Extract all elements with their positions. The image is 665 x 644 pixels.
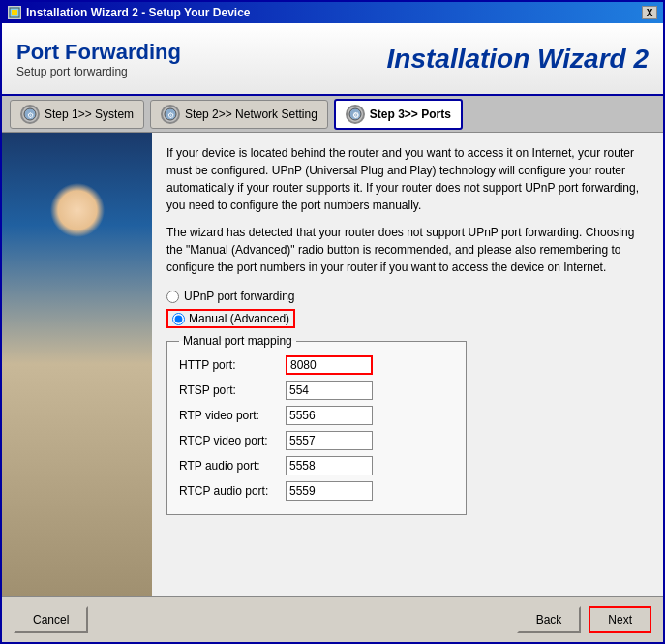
rtp-audio-port-label: RTP audio port:: [179, 459, 286, 473]
app-title: Installation Wizard 2: [387, 44, 649, 75]
manual-radio[interactable]: [172, 313, 185, 325]
radio-group: UPnP port forwarding Manual (Advanced): [166, 290, 649, 328]
http-port-input[interactable]: [286, 355, 373, 375]
port-row-http: HTTP port:: [179, 355, 454, 375]
warning-paragraph: The wizard has detected that your router…: [166, 224, 649, 276]
rtp-video-port-input[interactable]: [286, 406, 373, 425]
port-mapping-legend: Manual port mapping: [179, 334, 296, 348]
upnp-radio-item: UPnP port forwarding: [166, 290, 649, 303]
step2-icon: ⚙: [161, 105, 180, 124]
rtp-audio-port-input[interactable]: [286, 456, 373, 475]
rtcp-video-port-label: RTCP video port:: [179, 434, 286, 447]
upnp-label: UPnP port forwarding: [184, 290, 295, 303]
rtcp-audio-port-label: RTCP audio port:: [179, 484, 286, 498]
left-panel: [2, 133, 152, 596]
rtsp-port-label: RTSP port:: [179, 383, 286, 397]
upnp-radio[interactable]: [166, 291, 179, 303]
steps-bar: ⚙ Step 1>> System ⚙ Step 2>> Network Set…: [2, 96, 663, 133]
rtp-video-port-label: RTP video port:: [179, 409, 286, 422]
window-icon: [8, 6, 21, 19]
content-area: If your device is located behind the rou…: [2, 133, 663, 596]
step3-icon: ⚙: [346, 105, 365, 124]
next-button[interactable]: Next: [589, 606, 651, 633]
port-row-rtcp-video: RTCP video port:: [179, 431, 454, 450]
step2-label: Step 2>> Network Setting: [185, 107, 317, 121]
rtsp-port-input[interactable]: [286, 381, 373, 400]
header: Port Forwarding Setup port forwarding In…: [2, 23, 663, 96]
svg-text:⚙: ⚙: [167, 111, 174, 120]
manual-selected-border: Manual (Advanced): [166, 309, 295, 328]
back-button[interactable]: Back: [517, 606, 582, 633]
port-row-rtp-audio: RTP audio port:: [179, 456, 454, 475]
rtcp-audio-port-input[interactable]: [286, 481, 373, 501]
titlebar: Installation Wizard 2 - Setup Your Devic…: [2, 2, 663, 23]
svg-text:⚙: ⚙: [351, 111, 358, 120]
bottom-bar: Cancel Back Next: [2, 596, 663, 642]
step1-icon: ⚙: [20, 105, 40, 124]
step1-tab[interactable]: ⚙ Step 1>> System: [10, 100, 144, 129]
step2-tab[interactable]: ⚙ Step 2>> Network Setting: [150, 100, 328, 129]
step3-tab[interactable]: ⚙ Step 3>> Ports: [334, 99, 463, 130]
page-title: Port Forwarding: [16, 40, 181, 65]
rtcp-video-port-input[interactable]: [286, 431, 373, 450]
manual-label: Manual (Advanced): [189, 312, 289, 325]
main-window: Installation Wizard 2 - Setup Your Devic…: [0, 0, 665, 644]
window-title: Installation Wizard 2 - Setup Your Devic…: [26, 6, 251, 19]
page-subtitle: Setup port forwarding: [16, 65, 181, 78]
manual-radio-item: Manual (Advanced): [166, 309, 649, 328]
port-row-rtcp-audio: RTCP audio port:: [179, 481, 454, 501]
svg-rect-1: [12, 10, 17, 15]
http-port-label: HTTP port:: [179, 358, 286, 372]
port-row-rtp-video: RTP video port:: [179, 406, 454, 425]
port-mapping-group: Manual port mapping HTTP port: RTSP port…: [166, 334, 467, 515]
svg-text:⚙: ⚙: [27, 111, 34, 120]
close-button[interactable]: X: [642, 6, 657, 19]
person-image: [2, 133, 152, 596]
step3-label: Step 3>> Ports: [370, 107, 451, 121]
info-paragraph: If your device is located behind the rou…: [166, 144, 649, 214]
cancel-button[interactable]: Cancel: [14, 606, 88, 633]
port-row-rtsp: RTSP port:: [179, 381, 454, 400]
step1-label: Step 1>> System: [45, 107, 134, 121]
right-panel: If your device is located behind the rou…: [152, 133, 663, 596]
